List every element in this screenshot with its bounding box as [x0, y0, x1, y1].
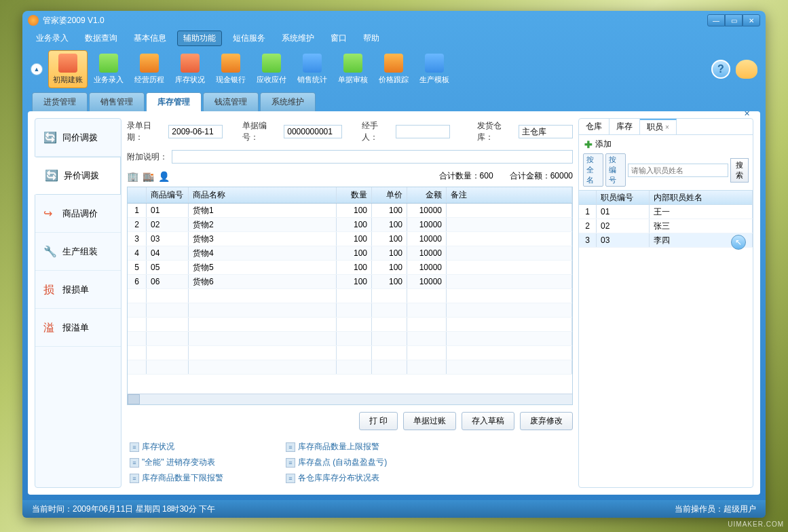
- grid-row-empty[interactable]: [128, 303, 572, 318]
- toolbar-4[interactable]: 现金银行: [211, 50, 250, 88]
- link-3[interactable]: ≡库存盘点 (自动盘盈盘亏): [286, 457, 415, 468]
- main-tab-4[interactable]: 系统维护: [260, 92, 316, 111]
- items-grid: 商品编号 商品名称 数量 单价 金额 备注 101货物1100100100002…: [127, 187, 573, 405]
- toolbar: ▲ 初期建账业务录入经营历程库存状况现金银行应收应付销售统计单据审核价格跟踪生产…: [22, 46, 766, 92]
- staff-row[interactable]: 202张三: [579, 219, 753, 233]
- grid-row[interactable]: 404货物410010010000: [128, 246, 572, 261]
- toolbar-icon-3: [181, 54, 200, 73]
- menu-6[interactable]: 窗口: [325, 31, 352, 45]
- col-amt[interactable]: 金额: [407, 187, 447, 203]
- sidebar-item-2[interactable]: ↪商品调价: [35, 195, 121, 233]
- rcol-index[interactable]: [579, 191, 597, 204]
- workarea: 🔄同价调拨🔄异价调拨↪商品调价🔧生产组装损报损单溢报溢单 录单日期： 单据编号：…: [28, 111, 760, 495]
- help-icon[interactable]: ?: [711, 60, 730, 79]
- sidebar-item-4[interactable]: 损报损单: [35, 271, 121, 309]
- toolbar-9[interactable]: 生产模板: [415, 50, 454, 88]
- grid-row-empty[interactable]: [128, 346, 572, 360]
- link-icon: ≡: [286, 474, 295, 483]
- grid-header: 商品编号 商品名称 数量 单价 金额 备注: [128, 187, 572, 204]
- menu-2[interactable]: 基本信息: [128, 31, 172, 45]
- staff-row[interactable]: 101王一: [579, 205, 753, 219]
- link-0[interactable]: ≡库存状况: [130, 441, 259, 453]
- titlebar[interactable]: 管家婆2009 V1.0 — ▭ ✕: [22, 11, 766, 30]
- toolbar-6[interactable]: 销售统计: [293, 50, 332, 88]
- premium-icon[interactable]: [736, 60, 757, 79]
- action-3[interactable]: 废弃修改: [520, 412, 573, 430]
- sidebar-item-3[interactable]: 🔧生产组装: [35, 233, 121, 271]
- menu-5[interactable]: 系统维护: [276, 31, 320, 45]
- menu-1[interactable]: 数据查询: [79, 31, 123, 45]
- total-qty-value: 600: [480, 171, 493, 180]
- sidebar-item-5[interactable]: 溢报溢单: [35, 309, 121, 347]
- main-tab-2[interactable]: 库存管理: [146, 92, 202, 111]
- grid-row-empty[interactable]: [128, 289, 572, 303]
- grid-row[interactable]: 101货物110010010000: [128, 204, 572, 218]
- toolbar-5[interactable]: 应收应付: [252, 50, 291, 88]
- link-1[interactable]: ≡库存商品数量上限报警: [286, 441, 415, 453]
- handler-input[interactable]: [396, 125, 450, 138]
- main-tab-1[interactable]: 销售管理: [89, 92, 145, 111]
- menu-3[interactable]: 辅助功能: [177, 31, 222, 46]
- grid-row-empty[interactable]: [128, 332, 572, 346]
- grid-row-empty[interactable]: [128, 318, 572, 332]
- link-4[interactable]: ≡库存商品数量下限报警: [130, 472, 259, 484]
- toolbar-3[interactable]: 库存状况: [170, 50, 210, 88]
- toolbar-7[interactable]: 单据审核: [333, 50, 373, 88]
- filter-fullname-button[interactable]: 按全名: [583, 153, 603, 187]
- right-tab-2[interactable]: 职员 ×: [640, 119, 677, 134]
- menu-7[interactable]: 帮助: [358, 31, 385, 45]
- toolbar-0[interactable]: 初期建账: [48, 50, 88, 88]
- col-price[interactable]: 单价: [372, 187, 407, 203]
- note-label: 附加说明：: [127, 151, 168, 163]
- menu-0[interactable]: 业务录入: [31, 31, 74, 45]
- action-2[interactable]: 存入草稿: [462, 412, 514, 430]
- grid-row[interactable]: 606货物610010010000: [128, 275, 572, 289]
- note-input[interactable]: [172, 150, 573, 164]
- building1-icon[interactable]: 🏢: [127, 171, 138, 182]
- link-5[interactable]: ≡各仓库库存分布状况表: [286, 472, 415, 484]
- warehouse-label: 发货仓库：: [477, 120, 514, 143]
- col-index[interactable]: [128, 187, 147, 203]
- link-2[interactable]: ≡"全能" 进销存变动表: [130, 457, 259, 468]
- maximize-button[interactable]: ▭: [725, 14, 743, 26]
- toolbar-2[interactable]: 经营历程: [130, 50, 169, 88]
- col-code[interactable]: 商品编号: [147, 187, 189, 203]
- main-tab-3[interactable]: 钱流管理: [203, 92, 259, 111]
- window-title: 管家婆2009 V1.0: [43, 15, 105, 26]
- grid-row[interactable]: 303货物310010010000: [128, 232, 572, 246]
- col-qty[interactable]: 数量: [337, 187, 372, 203]
- action-1[interactable]: 单据过账: [403, 412, 456, 430]
- main-tab-0[interactable]: 进货管理: [32, 92, 88, 111]
- grid-hscroll[interactable]: [128, 394, 572, 404]
- col-name[interactable]: 商品名称: [189, 187, 337, 203]
- panel-close-icon[interactable]: ✕: [744, 111, 750, 118]
- staff-row[interactable]: 303李四: [579, 233, 753, 248]
- person-icon[interactable]: 👤: [158, 171, 170, 182]
- add-button[interactable]: ✚ 添加: [579, 135, 753, 153]
- sidebar-item-0[interactable]: 🔄同价调拨: [35, 119, 121, 157]
- action-0[interactable]: 打 印: [359, 412, 398, 430]
- toolbar-collapse-icon[interactable]: ▲: [31, 63, 43, 75]
- toolbar-8[interactable]: 价格跟踪: [374, 50, 413, 88]
- rcol-code[interactable]: 职员编号: [597, 191, 650, 204]
- date-input[interactable]: [168, 125, 223, 138]
- col-note[interactable]: 备注: [447, 187, 572, 203]
- grid-row[interactable]: 202货物210010010000: [128, 218, 572, 232]
- right-tab-1[interactable]: 库存: [609, 119, 640, 134]
- docno-input[interactable]: [284, 125, 342, 138]
- grid-row[interactable]: 505货物510010010000: [128, 261, 572, 275]
- minimize-button[interactable]: —: [707, 14, 725, 26]
- building2-icon[interactable]: 🏬: [143, 171, 154, 182]
- menu-4[interactable]: 短信服务: [227, 31, 271, 45]
- staff-search-input[interactable]: [628, 164, 728, 177]
- sidebar-item-1[interactable]: 🔄异价调拨: [35, 157, 121, 195]
- close-button[interactable]: ✕: [743, 14, 760, 26]
- right-tab-0[interactable]: 仓库: [579, 119, 609, 134]
- warehouse-input[interactable]: [519, 125, 573, 138]
- rcol-name[interactable]: 内部职员姓名: [650, 191, 753, 204]
- search-button[interactable]: 搜索: [730, 158, 749, 183]
- toolbar-1[interactable]: 业务录入: [89, 50, 128, 88]
- filter-code-button[interactable]: 按编号: [605, 153, 626, 187]
- grid-row-empty[interactable]: [128, 360, 572, 375]
- tab-close-icon[interactable]: ×: [665, 124, 669, 131]
